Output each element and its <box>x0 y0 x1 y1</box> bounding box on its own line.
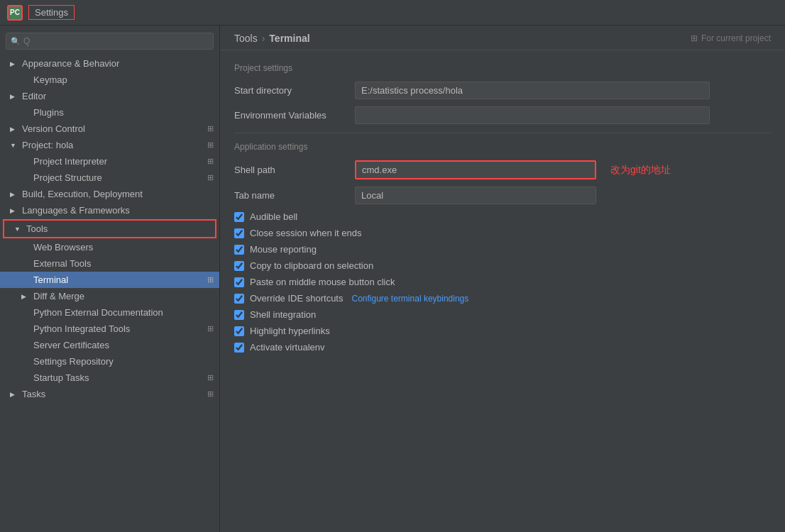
sidebar-item-python-int-tools[interactable]: Python Integrated Tools ⊞ <box>0 321 219 337</box>
sidebar-item-label: Project Structure <box>33 172 102 183</box>
sidebar-item-tools[interactable]: ▼ Tools <box>3 219 216 238</box>
checkbox-close-session[interactable] <box>234 228 244 238</box>
shell-path-input[interactable] <box>355 160 596 179</box>
title-bar-title: Settings <box>28 5 75 20</box>
checkboxes-container: Audible bellClose session when it endsMo… <box>234 211 771 353</box>
checkbox-mouse-reporting[interactable] <box>234 245 244 255</box>
breadcrumb: Tools › Terminal <box>234 33 310 44</box>
sidebar-item-keymap[interactable]: Keymap <box>0 72 219 88</box>
sidebar-item-label: Project: hola <box>22 140 73 150</box>
checkbox-audible-bell[interactable] <box>234 212 244 222</box>
checkbox-paste-middle[interactable] <box>234 277 244 287</box>
project-icon: ⊞ <box>691 33 698 43</box>
start-directory-input[interactable] <box>355 82 710 99</box>
arrow-icon: ▶ <box>10 126 18 133</box>
env-vars-input[interactable] <box>355 106 710 124</box>
checkbox-activate-virtualenv[interactable] <box>234 343 244 353</box>
sidebar-item-python-ext-doc[interactable]: Python External Documentation <box>0 304 219 321</box>
sidebar-item-label: Terminal <box>33 275 68 285</box>
main-layout: 🔍 ▶ Appearance & Behavior Keymap ▶ Edito… <box>0 26 785 532</box>
search-box[interactable]: 🔍 <box>6 33 214 50</box>
checkbox-override-shortcuts[interactable] <box>234 294 244 304</box>
sidebar-item-project-structure[interactable]: Project Structure ⊞ <box>0 170 219 186</box>
sidebar-item-plugins[interactable]: Plugins <box>0 104 219 121</box>
checkbox-highlight-hyperlinks[interactable] <box>234 326 244 336</box>
sidebar-item-tasks[interactable]: ▶ Tasks ⊞ <box>0 386 219 402</box>
sidebar-item-startup-tasks[interactable]: Startup Tasks ⊞ <box>0 370 219 386</box>
checkbox-label-override-shortcuts: Override IDE shortcuts <box>250 293 344 304</box>
checkbox-label-highlight-hyperlinks: Highlight hyperlinks <box>250 326 330 336</box>
sidebar-item-project-interpreter[interactable]: Project Interpreter ⊞ <box>0 153 219 170</box>
sidebar-item-settings-repo[interactable]: Settings Repository <box>0 353 219 370</box>
checkbox-row-paste-middle: Paste on middle mouse button click <box>234 277 771 287</box>
arrow-icon: ▼ <box>14 226 23 233</box>
sidebar-item-languages[interactable]: ▶ Languages & Frameworks <box>0 202 219 218</box>
shell-path-label: Shell path <box>234 165 355 175</box>
search-input[interactable] <box>6 33 214 50</box>
sidebar-item-label: Languages & Frameworks <box>22 205 130 216</box>
settings-icon: ⊞ <box>207 173 214 182</box>
start-directory-row: Start directory <box>234 82 771 99</box>
sidebar-item-label: Appearance & Behavior <box>22 58 119 69</box>
start-directory-label: Start directory <box>234 85 355 96</box>
checkbox-copy-clipboard[interactable] <box>234 261 244 271</box>
env-vars-label: Environment Variables <box>234 110 355 121</box>
checkbox-label-activate-virtualenv: Activate virtualenv <box>250 342 325 353</box>
content-area: Tools › Terminal ⊞ For current project P… <box>220 26 785 532</box>
sidebar-item-diff-merge[interactable]: ▶ Diff & Merge <box>0 288 219 304</box>
checkbox-label-audible-bell: Audible bell <box>250 211 297 222</box>
sidebar-item-version-control[interactable]: ▶ Version Control ⊞ <box>0 121 219 137</box>
sidebar: 🔍 ▶ Appearance & Behavior Keymap ▶ Edito… <box>0 26 220 532</box>
checkbox-row-close-session: Close session when it ends <box>234 228 771 238</box>
sidebar-item-label: External Tools <box>33 258 91 269</box>
checkbox-row-override-shortcuts: Override IDE shortcutsConfigure terminal… <box>234 293 771 304</box>
sidebar-item-label: Keymap <box>33 74 67 85</box>
sidebar-item-terminal[interactable]: Terminal ⊞ <box>0 272 219 288</box>
arrow-icon: ▶ <box>21 293 30 300</box>
sidebar-item-appearance[interactable]: ▶ Appearance & Behavior <box>0 55 219 72</box>
sidebar-item-editor[interactable]: ▶ Editor <box>0 88 219 104</box>
arrow-icon: ▶ <box>10 60 18 67</box>
content-header: Tools › Terminal ⊞ For current project <box>220 26 785 50</box>
settings-icon: ⊞ <box>207 324 214 333</box>
arrow-icon: ▶ <box>10 191 18 198</box>
checkbox-label-copy-clipboard: Copy to clipboard on selection <box>250 260 373 271</box>
sidebar-item-label: Python Integrated Tools <box>33 323 130 334</box>
section-divider <box>234 133 771 133</box>
sidebar-item-label: Web Browsers <box>33 242 93 253</box>
checkbox-link-override-shortcuts[interactable]: Configure terminal keybindings <box>352 294 469 304</box>
settings-icon: ⊞ <box>207 157 214 166</box>
checkbox-row-copy-clipboard: Copy to clipboard on selection <box>234 260 771 271</box>
breadcrumb-current: Terminal <box>269 33 309 44</box>
sidebar-item-server-certs[interactable]: Server Certificates <box>0 337 219 353</box>
checkbox-label-paste-middle: Paste on middle mouse button click <box>250 277 395 287</box>
sidebar-item-label: Server Certificates <box>33 340 109 350</box>
arrow-icon: ▼ <box>10 142 18 149</box>
sidebar-item-label: Project Interpreter <box>33 156 107 167</box>
sidebar-item-build[interactable]: ▶ Build, Execution, Deployment <box>0 186 219 202</box>
checkbox-row-shell-integration: Shell integration <box>234 309 771 320</box>
checkbox-row-mouse-reporting: Mouse reporting <box>234 244 771 255</box>
checkbox-shell-integration[interactable] <box>234 310 244 320</box>
sidebar-item-external-tools[interactable]: External Tools <box>0 255 219 272</box>
shell-path-row: Shell path 改为git的地址 <box>234 160 771 179</box>
search-icon: 🔍 <box>11 37 21 46</box>
annotation-text: 改为git的地址 <box>610 164 671 177</box>
sidebar-item-label: Startup Tasks <box>33 372 89 383</box>
sidebar-item-label: Python External Documentation <box>33 307 163 318</box>
for-current-project: ⊞ For current project <box>691 33 771 43</box>
tab-name-input[interactable] <box>355 187 596 204</box>
settings-icon: ⊞ <box>207 373 214 382</box>
checkbox-label-close-session: Close session when it ends <box>250 228 362 238</box>
arrow-icon: ▶ <box>10 207 18 214</box>
sidebar-item-label: Build, Execution, Deployment <box>22 189 143 199</box>
app-icon: PC <box>7 5 23 21</box>
checkbox-row-highlight-hyperlinks: Highlight hyperlinks <box>234 326 771 336</box>
arrow-icon: ▶ <box>10 93 18 100</box>
app-settings-label: Application settings <box>234 142 771 152</box>
sidebar-item-label: Diff & Merge <box>33 291 84 301</box>
sidebar-item-project-hola[interactable]: ▼ Project: hola ⊞ <box>0 137 219 153</box>
sidebar-item-web-browsers[interactable]: Web Browsers <box>0 239 219 255</box>
checkbox-row-audible-bell: Audible bell <box>234 211 771 222</box>
title-bar: PC Settings <box>0 0 785 26</box>
